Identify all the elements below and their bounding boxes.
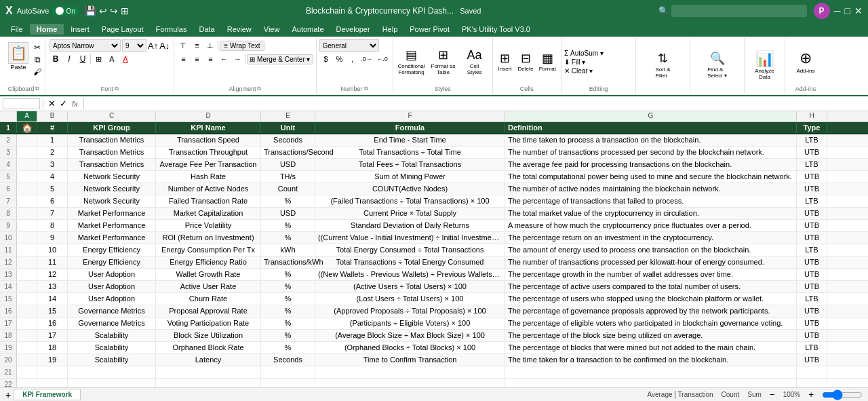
cell-name[interactable]: Voting Participation Rate: [156, 318, 261, 329]
maximize-button[interactable]: □: [845, 5, 850, 16]
cell-a[interactable]: [17, 330, 37, 341]
cell-group[interactable]: User Adoption: [68, 269, 156, 280]
cell-definition[interactable]: The number of transactions processed per…: [505, 256, 797, 268]
menu-developer[interactable]: Developer: [331, 24, 376, 35]
cell-hash[interactable]: 19: [37, 354, 68, 366]
col-header-e[interactable]: E: [261, 111, 315, 121]
cell-unit[interactable]: kWh: [261, 244, 315, 256]
menu-help[interactable]: Help: [377, 24, 403, 35]
cell-group[interactable]: Network Security: [68, 195, 156, 207]
header-cell-d[interactable]: KPI Name: [156, 122, 261, 133]
cell-unit[interactable]: %: [261, 232, 315, 244]
cell-unit[interactable]: %: [261, 330, 315, 341]
col-header-g[interactable]: G: [505, 111, 797, 121]
header-cell-h[interactable]: Type: [797, 122, 827, 133]
cell-hash[interactable]: [37, 366, 68, 378]
paste-button[interactable]: 📋 Paste: [5, 41, 31, 72]
cell-name[interactable]: Hash Rate: [156, 171, 261, 183]
cell-hash[interactable]: 4: [37, 171, 68, 183]
cell-name[interactable]: Energy Consumption Per Tx: [156, 244, 261, 256]
autosum-button[interactable]: Σ AutoSum ▾: [564, 50, 604, 57]
cell-a[interactable]: [17, 244, 37, 256]
cell-formula[interactable]: Total Fees ÷ Total Transactions: [315, 159, 505, 170]
increase-decimal-button[interactable]: .0→: [359, 53, 374, 65]
cell-name[interactable]: Transaction Throughput: [156, 147, 261, 158]
cell-name[interactable]: Market Capitalization: [156, 208, 261, 219]
cell-hash[interactable]: 18: [37, 342, 68, 354]
cell-definition[interactable]: The amount of energy used to process one…: [505, 244, 797, 256]
zoom-slider[interactable]: [822, 389, 863, 400]
cell-group[interactable]: Market Performance: [68, 232, 156, 244]
cell-definition[interactable]: The percentage of users who stopped usin…: [505, 293, 797, 305]
cell-name[interactable]: ROI (Return on Investment): [156, 232, 261, 244]
cell-a[interactable]: [17, 354, 37, 366]
cell-unit[interactable]: %: [261, 269, 315, 280]
cell-a[interactable]: [17, 293, 37, 305]
cell-definition[interactable]: The percentage of active users compared …: [505, 281, 797, 292]
cell-a[interactable]: [17, 171, 37, 183]
cell-unit[interactable]: %: [261, 318, 315, 329]
header-cell-e[interactable]: Unit: [261, 122, 315, 133]
cell-a[interactable]: [17, 195, 37, 207]
cell-name[interactable]: Orphaned Block Rate: [156, 342, 261, 354]
cell-formula[interactable]: (Approved Proposals ÷ Total Proposals) ×…: [315, 305, 505, 317]
bold-button[interactable]: B: [50, 53, 62, 65]
cell-unit[interactable]: Count: [261, 183, 315, 195]
minimize-button[interactable]: ─: [834, 5, 841, 16]
cell-hash[interactable]: 7: [37, 208, 68, 219]
cell-type[interactable]: UTB: [797, 171, 827, 183]
cell-unit[interactable]: %: [261, 220, 315, 231]
cell-hash[interactable]: 16: [37, 318, 68, 329]
cell-hash[interactable]: 15: [37, 305, 68, 317]
cell-name[interactable]: Wallet Growth Rate: [156, 269, 261, 280]
cell-unit[interactable]: Seconds: [261, 354, 315, 366]
cell-formula[interactable]: COUNT(Active Nodes): [315, 183, 505, 195]
cell-type[interactable]: LTB: [797, 244, 827, 256]
cell-formula[interactable]: Total Transactions ÷ Total Energy Consum…: [315, 256, 505, 268]
cell-hash[interactable]: 11: [37, 256, 68, 268]
fill-color-button[interactable]: A: [106, 53, 118, 65]
currency-button[interactable]: $: [319, 53, 333, 65]
analyze-data-button[interactable]: 📊 AnalyzeData: [752, 49, 776, 81]
menu-pk-utility[interactable]: PK's Utility Tool V3.0: [456, 24, 536, 35]
header-cell-f[interactable]: Formula: [315, 122, 505, 133]
cell-a[interactable]: [17, 281, 37, 292]
col-header-a[interactable]: A: [17, 111, 37, 121]
cell-definition[interactable]: The time taken to process a transaction …: [505, 134, 797, 146]
decrease-decimal-button[interactable]: ←.0: [375, 53, 390, 65]
cell-definition[interactable]: The total computational power being used…: [505, 171, 797, 183]
sheet-tab-kpi-framework[interactable]: KPI Framework: [14, 389, 81, 400]
menu-page-layout[interactable]: Page Layout: [96, 24, 149, 35]
decrease-indent-button[interactable]: ←: [218, 53, 230, 65]
cell-definition[interactable]: [505, 366, 797, 378]
cell-name[interactable]: Churn Rate: [156, 293, 261, 305]
redo-button[interactable]: ↪: [110, 5, 118, 16]
cell-group[interactable]: Scalability: [68, 330, 156, 341]
cell-group[interactable]: Transaction Metrics: [68, 147, 156, 158]
conditional-formatting-button[interactable]: ▤ ConditionalFormatting: [396, 47, 427, 77]
cell-formula[interactable]: (Participants ÷ Eligible Voters) × 100: [315, 318, 505, 329]
profile-avatar[interactable]: P: [814, 3, 830, 19]
cell-type[interactable]: UTB: [797, 147, 827, 158]
cell-hash[interactable]: 5: [37, 183, 68, 195]
col-header-c[interactable]: C: [68, 111, 156, 121]
alignment-expand-icon[interactable]: ⧉: [257, 85, 261, 92]
font-expand-icon[interactable]: ⧉: [115, 85, 119, 92]
menu-home[interactable]: Home: [30, 24, 64, 35]
align-left-button[interactable]: ≡: [177, 53, 189, 65]
cell-hash[interactable]: 8: [37, 220, 68, 231]
menu-review[interactable]: Review: [222, 24, 257, 35]
number-expand-icon[interactable]: ⧉: [364, 85, 368, 92]
cell-type[interactable]: UTB: [797, 183, 827, 195]
cell-formula[interactable]: Standard Deviation of Daily Returns: [315, 220, 505, 231]
cell-formula[interactable]: Total Energy Consumed ÷ Total Transactio…: [315, 244, 505, 256]
cell-a[interactable]: [17, 134, 37, 146]
cell-formula[interactable]: (Active Users ÷ Total Users) × 100: [315, 281, 505, 292]
font-decrease-button[interactable]: A↓: [159, 41, 170, 51]
cell-hash[interactable]: 3: [37, 159, 68, 170]
cell-group[interactable]: Transaction Metrics: [68, 159, 156, 170]
cell-unit[interactable]: Seconds: [261, 134, 315, 146]
cell-definition[interactable]: The total market value of the cryptocurr…: [505, 208, 797, 219]
cell-group[interactable]: Network Security: [68, 171, 156, 183]
cell-hash[interactable]: 14: [37, 293, 68, 305]
